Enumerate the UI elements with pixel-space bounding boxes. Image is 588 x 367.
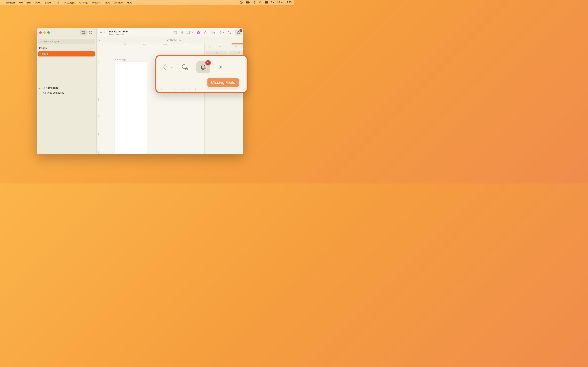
svg-rect-3 — [246, 2, 249, 3]
zoom-callout: 1 Missing Fonts ⫞ ⫠ ⫟ ⫠ ⫞ ⫟ ⫠ — [155, 55, 248, 93]
align-bottom-icon[interactable]: ⫟ — [234, 45, 238, 49]
menu-text[interactable]: Text — [55, 1, 60, 4]
menu-arrange[interactable]: Arrange — [79, 1, 88, 4]
menu-file[interactable]: File — [18, 1, 23, 4]
search-layers-input[interactable]: Search Layers — [38, 39, 95, 44]
notifications-button[interactable]: 1 — [235, 30, 242, 35]
ruler-h-tick: 800 — [184, 43, 204, 45]
toolbar: My Sketch File Local Document A 1 — [96, 28, 243, 37]
menu-help[interactable]: Help — [127, 1, 132, 4]
zoom-notifications-button[interactable]: 1 — [196, 61, 210, 73]
menu-plugins[interactable]: Plugins — [92, 1, 101, 4]
lock-icon — [99, 39, 101, 41]
ruler-v-tick: 0 — [98, 65, 100, 83]
search-placeholder: Search Layers — [44, 40, 60, 43]
svg-rect-10 — [82, 32, 85, 34]
svg-line-16 — [42, 42, 42, 43]
chevron-down-icon — [170, 66, 173, 68]
svg-rect-8 — [265, 1, 268, 2]
insert-button[interactable] — [99, 31, 105, 34]
traffic-lights — [39, 31, 50, 34]
align-center-h-icon[interactable]: ⫠ — [212, 45, 216, 49]
user-icon[interactable] — [240, 1, 243, 4]
menu-edit[interactable]: Edit — [26, 1, 31, 4]
tab-strip: My Sketch File — [96, 37, 243, 43]
layer-text-typesomething[interactable]: Aa Type something — [37, 90, 96, 95]
battery-icon[interactable] — [246, 1, 250, 4]
align-icon: ⫠ — [201, 87, 205, 91]
align-icon: ⫟ — [173, 87, 177, 91]
svg-point-1 — [241, 2, 242, 3]
align-icon: ⫟ — [194, 87, 197, 91]
menu-view[interactable]: View — [104, 1, 110, 4]
ruler-v-tick: 200 — [98, 83, 100, 101]
align-top-icon[interactable]: ⫠ — [223, 45, 227, 49]
menu-layer[interactable]: Layer — [45, 1, 52, 4]
svg-rect-26 — [187, 31, 190, 34]
create-symbol-icon[interactable] — [219, 31, 224, 34]
align-icon: ⫠ — [181, 87, 184, 91]
ruler-v-tick: 800 — [98, 136, 100, 154]
minimize-button[interactable] — [43, 31, 46, 34]
mask-icon[interactable] — [204, 31, 208, 34]
canvas-artboard-rect[interactable] — [115, 62, 147, 154]
collapse-pages-button[interactable] — [91, 47, 94, 49]
text-style-icon[interactable]: A — [181, 30, 183, 35]
pages-label: Pages — [39, 47, 47, 50]
ruler-vertical: -200 0 200 400 600 800 — [96, 47, 101, 154]
svg-rect-12 — [91, 31, 92, 33]
align-row: ⫞ ⫠ ⫟ ⫠ ⫞ ⫟ ⫠ ⫞ — [206, 44, 243, 49]
spotlight-icon[interactable] — [259, 1, 262, 4]
doc-title[interactable]: My Sketch File Local Document — [109, 30, 128, 35]
control-center-icon[interactable] — [265, 1, 268, 4]
sidebar: Search Layers Pages Page 1 ⌄ Homepage Aa — [37, 28, 96, 154]
menu-insert[interactable]: Insert — [35, 1, 42, 4]
view-canvas-button[interactable] — [80, 30, 86, 35]
layer-artboard-homepage[interactable]: ⌄ Homepage — [37, 85, 96, 90]
menubar-app-name[interactable]: Sketch — [6, 1, 15, 4]
canvas-artboard-label[interactable]: Homepage — [115, 58, 147, 61]
zoom-missing-fonts-tooltip: Missing Fonts — [207, 78, 239, 87]
align-center-v-icon[interactable]: ⫞ — [229, 45, 233, 49]
ruler-v-tick: 400 — [98, 101, 100, 118]
artboard-icon — [42, 87, 44, 89]
ruler-h-tick: 600 — [164, 43, 184, 45]
x-field[interactable]: X — [206, 50, 227, 55]
menubar-time[interactable]: 19:25 — [285, 1, 292, 4]
menubar-date[interactable]: Sat 11 Jun — [271, 1, 283, 4]
ruler-horizontal: 0 200 400 600 800 — [96, 43, 204, 47]
zoom-notification-badge: 1 — [205, 60, 211, 66]
resize-icon[interactable] — [187, 31, 193, 34]
collaborate-icon[interactable] — [228, 31, 231, 34]
macos-menubar: Sketch File Edit Insert Layer Text Proto… — [0, 0, 294, 5]
ruler-v-tick: -200 — [98, 47, 100, 65]
tab-title[interactable]: My Sketch File — [167, 39, 181, 41]
distribute-h-icon[interactable]: ⫠ — [240, 45, 243, 49]
page-item-page1[interactable]: Page 1 — [38, 51, 95, 57]
notification-badge: 1 — [240, 29, 242, 32]
svg-point-15 — [40, 41, 42, 42]
align-left-icon[interactable]: ⫞ — [207, 45, 211, 49]
maximize-button[interactable] — [47, 31, 50, 34]
wifi-icon[interactable] — [253, 1, 256, 4]
svg-rect-14 — [91, 33, 92, 34]
svg-rect-34 — [99, 40, 100, 41]
align-right-icon[interactable]: ⫟ — [218, 45, 222, 49]
y-field[interactable]: Y — [229, 50, 243, 55]
text-layer-icon: Aa — [43, 92, 46, 94]
color-icon[interactable] — [197, 31, 200, 34]
menu-prototype[interactable]: Prototype — [64, 1, 75, 4]
boolean-icon[interactable] — [211, 31, 215, 34]
symbol-icon[interactable] — [173, 31, 177, 34]
svg-rect-13 — [89, 33, 90, 34]
doc-subtitle: Local Document — [109, 33, 128, 35]
menu-window[interactable]: Window — [114, 1, 123, 4]
zoom-align-row: ⫞ ⫠ ⫟ ⫠ ⫞ ⫟ ⫠ — [160, 87, 205, 91]
ruler-h-tick: 0 — [102, 43, 123, 45]
svg-point-27 — [197, 31, 200, 34]
view-components-button[interactable] — [87, 30, 94, 35]
close-button[interactable] — [39, 31, 42, 34]
zoom-collaborate-icon — [181, 64, 188, 71]
zoom-symbol-icon — [163, 64, 168, 70]
add-page-button[interactable] — [87, 47, 90, 50]
